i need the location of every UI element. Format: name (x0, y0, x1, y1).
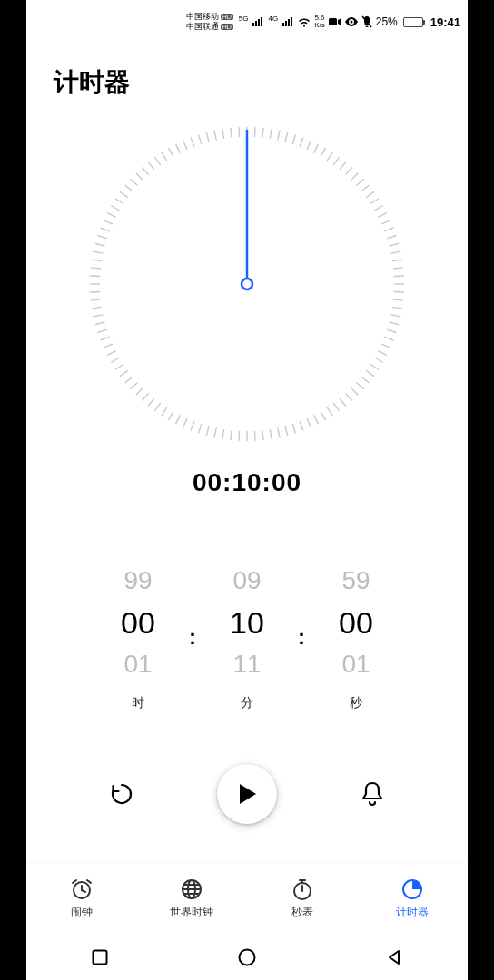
minute-label: 分 (206, 695, 288, 711)
svg-line-60 (278, 427, 280, 437)
tab-timer[interactable]: 计时器 (358, 863, 469, 935)
carrier-labels: 中国移动HD 中国联通HD (186, 12, 233, 32)
svg-line-108 (130, 179, 137, 185)
svg-line-29 (389, 243, 399, 246)
battery-icon (403, 17, 423, 27)
svg-line-84 (111, 358, 120, 363)
circle-icon (238, 948, 256, 966)
svg-line-93 (90, 291, 100, 292)
svg-rect-3 (365, 26, 368, 28)
svg-line-17 (340, 162, 346, 171)
reset-button[interactable] (98, 770, 145, 818)
svg-line-76 (154, 403, 160, 411)
svg-line-100 (97, 236, 106, 239)
svg-rect-139 (94, 951, 107, 965)
svg-line-73 (175, 415, 180, 424)
timer-dial[interactable] (88, 125, 406, 443)
svg-line-6 (262, 128, 263, 138)
net-speed: 5.6K/s (314, 15, 325, 29)
sound-button[interactable] (349, 770, 396, 818)
start-button[interactable] (217, 764, 277, 824)
minute-prev: 09 (206, 563, 288, 599)
tab-stopwatch-label: 秒表 (291, 905, 313, 920)
back-button[interactable] (384, 947, 404, 967)
svg-line-18 (345, 167, 351, 174)
svg-line-123 (239, 127, 240, 137)
svg-line-59 (285, 426, 288, 436)
svg-line-113 (162, 152, 167, 161)
second-picker[interactable]: 59 00 01 秒 (315, 563, 397, 711)
second-next: 01 (315, 646, 397, 682)
svg-line-51 (340, 398, 346, 407)
svg-line-42 (381, 344, 390, 348)
svg-line-119 (206, 132, 209, 142)
svg-line-122 (231, 128, 232, 138)
svg-line-13 (314, 144, 319, 153)
battery-percent: 25% (376, 15, 398, 28)
svg-line-46 (366, 370, 374, 376)
recents-button[interactable] (90, 947, 110, 967)
svg-line-121 (222, 129, 224, 139)
svg-line-67 (222, 429, 224, 439)
svg-line-92 (91, 299, 101, 300)
svg-line-45 (370, 364, 379, 369)
svg-line-35 (394, 291, 404, 292)
svg-line-88 (97, 329, 106, 332)
mute-icon (361, 15, 372, 28)
svg-line-11 (300, 137, 303, 146)
system-nav (26, 935, 468, 980)
page-title: 计时器 (26, 40, 468, 116)
triangle-back-icon (386, 949, 402, 965)
svg-line-24 (374, 206, 383, 211)
alarm-icon (70, 877, 94, 901)
svg-line-74 (169, 411, 174, 420)
hour-picker[interactable]: 99 00 01 时 (97, 563, 179, 711)
svg-line-69 (206, 426, 209, 436)
svg-line-102 (104, 220, 113, 224)
svg-line-8 (278, 131, 280, 141)
svg-line-106 (120, 191, 128, 197)
globe-icon (180, 877, 203, 901)
svg-line-61 (270, 429, 272, 439)
signal-bars-icon (282, 17, 292, 26)
svg-line-114 (169, 148, 174, 157)
svg-line-98 (94, 251, 104, 253)
svg-line-54 (321, 411, 326, 420)
svg-line-65 (239, 431, 240, 441)
svg-rect-0 (329, 18, 337, 25)
network-5g-label: 5G (239, 15, 249, 23)
timer-time-display: 00:10:00 (26, 468, 468, 497)
svg-line-27 (384, 228, 393, 231)
svg-line-77 (148, 398, 154, 407)
svg-line-38 (390, 315, 400, 317)
status-time: 19:41 (430, 15, 460, 29)
duration-picker[interactable]: 99 00 01 时 : 09 10 11 分 : 59 00 01 秒 (26, 563, 468, 711)
svg-point-125 (242, 279, 252, 289)
play-icon (236, 782, 258, 806)
svg-point-1 (350, 21, 352, 24)
svg-line-109 (136, 173, 143, 181)
tab-stopwatch[interactable]: 秒表 (247, 863, 358, 935)
svg-line-36 (393, 299, 403, 300)
svg-line-43 (378, 351, 387, 356)
svg-line-110 (142, 167, 148, 174)
svg-line-40 (387, 329, 396, 332)
svg-line-10 (292, 134, 295, 143)
tab-alarm[interactable]: 闹钟 (26, 863, 137, 935)
svg-line-86 (104, 344, 113, 348)
svg-line-118 (199, 134, 202, 143)
svg-line-53 (327, 407, 332, 416)
tab-world-clock[interactable]: 世界时钟 (137, 863, 248, 935)
svg-line-117 (191, 137, 194, 146)
svg-line-66 (231, 430, 232, 440)
svg-line-129 (73, 880, 76, 883)
minute-picker[interactable]: 09 10 11 分 (206, 563, 288, 711)
hour-label: 时 (97, 695, 179, 711)
square-icon (92, 949, 108, 965)
svg-line-20 (356, 179, 363, 185)
home-button[interactable] (237, 947, 257, 967)
svg-line-22 (366, 191, 374, 197)
svg-line-89 (95, 322, 105, 325)
svg-line-49 (351, 388, 359, 396)
svg-line-81 (125, 377, 133, 383)
